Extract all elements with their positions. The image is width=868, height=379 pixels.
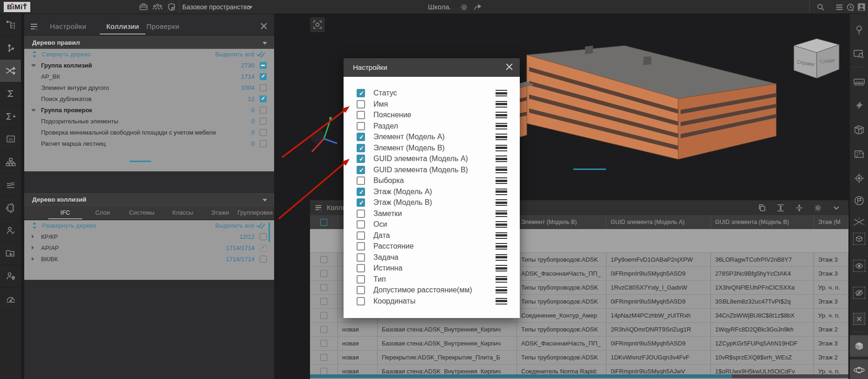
show-eye-icon[interactable] [850,255,868,277]
expander-icon[interactable] [31,109,36,112]
rule-checkbox[interactable] [260,84,267,91]
modal-close-icon[interactable] [505,63,513,71]
hide-eye-icon[interactable] [850,282,868,304]
tab-Настройки[interactable]: Настройки [50,22,86,30]
column-checkbox[interactable] [357,89,365,97]
list-icon[interactable] [834,1,845,13]
column-header[interactable]: GUID элемента (Модель A) [606,215,711,229]
settings-column-row[interactable]: Задача [344,252,520,264]
selection-frame-icon[interactable] [310,17,325,32]
rule-checkbox[interactable] [260,62,267,69]
table-hscrollbar[interactable] [310,374,848,378]
app-logo[interactable]: BiMiT [4,2,30,12]
settings-column-row[interactable]: Этаж (Модель B) [344,197,520,209]
settings-modal-header[interactable]: Настройки [344,58,520,77]
drag-handle-icon[interactable] [496,112,507,118]
team-icon[interactable] [152,1,163,13]
tab-Классы[interactable]: Классы [172,209,193,216]
settings-column-row[interactable]: Координаты [344,296,520,307]
column-checkbox[interactable] [357,220,365,229]
user-pin-icon[interactable] [0,265,21,288]
expand-rows-icon[interactable] [775,202,786,213]
table-hscrollbar-thumb[interactable] [310,374,732,378]
settings-column-row[interactable]: Этаж (Модель A) [344,187,520,198]
collision-tree-row[interactable]: КР/КР12/12 [24,231,274,243]
column-checkbox[interactable] [357,133,365,141]
drag-handle-icon[interactable] [496,254,507,261]
settings-column-row[interactable]: Статус [344,88,520,99]
column-header[interactable]: GUID элемента (Модель B) [711,215,814,229]
tab-IFC[interactable]: IFC [61,209,70,216]
drag-handle-icon[interactable] [496,134,507,140]
drag-handle-icon[interactable] [496,90,507,96]
folder-export-icon[interactable] [0,242,21,265]
row-checkbox-cell[interactable] [310,337,338,350]
column-checkbox[interactable] [357,264,365,272]
user-check-icon[interactable] [0,219,21,242]
column-checkbox[interactable] [357,297,365,305]
rule-checkbox[interactable] [260,140,267,147]
copy-icon[interactable] [756,202,767,213]
select-all-link[interactable]: Выделить всё [215,51,255,58]
expander-icon[interactable] [31,64,36,67]
row-checkbox[interactable] [320,368,327,375]
rules-tree-hscrollbar[interactable] [130,161,151,162]
column-checkbox[interactable] [357,198,365,207]
drag-handle-icon[interactable] [496,156,507,162]
row-checkbox-cell[interactable] [310,323,338,336]
drag-handle-icon[interactable] [496,265,507,271]
collisions-tree-vscrollbar[interactable] [269,223,270,242]
row-checkbox[interactable] [320,284,327,291]
drag-handle-icon[interactable] [496,199,507,206]
column-checkbox[interactable] [357,242,365,250]
column-checkbox[interactable] [357,231,365,240]
settings-column-row[interactable]: Допустимое расстояние(мм) [344,285,520,296]
rule-checkbox[interactable] [260,95,267,102]
settings-column-row[interactable]: GUID элемента (Модель B) [344,165,520,176]
drag-handle-icon[interactable] [496,101,507,108]
shield-icon[interactable] [166,1,177,13]
history-icon[interactable] [845,1,856,13]
tree-icon[interactable] [850,20,868,41]
row-checkbox-cell[interactable] [310,267,338,280]
tab-Слои[interactable]: Слои [95,209,110,216]
column-checkbox[interactable] [357,155,365,163]
view-cube[interactable]: Справа Сзади [790,35,844,81]
structure-tree-icon[interactable] [0,14,21,37]
drag-handle-icon[interactable] [496,177,507,184]
rules-tree-header[interactable]: Дерево правил [24,36,274,49]
row-checkbox-cell[interactable] [310,229,338,252]
collisions-tree-header[interactable]: Дерево коллизий [24,193,274,206]
column-checkbox[interactable] [357,286,365,294]
orbit-icon[interactable] [850,359,868,379]
connector-icon[interactable] [0,37,21,60]
puzzle-icon[interactable] [0,196,21,219]
row-checkbox-cell[interactable] [310,281,338,294]
2d-icon[interactable]: 2D [0,128,21,151]
rules-tree-row[interactable]: Проверка минимальной свободной площади с… [24,127,274,138]
settings-column-row[interactable]: Выборка [344,176,520,187]
briefcase-icon[interactable] [138,1,149,13]
drag-handle-icon[interactable] [496,243,507,250]
column-checkbox[interactable] [357,253,365,262]
row-checkbox-cell[interactable] [310,295,338,308]
select-all-checkbox[interactable] [320,219,327,226]
tab-Системы[interactable]: Системы [129,209,154,216]
column-checkbox[interactable] [357,188,365,196]
rules-tree-row[interactable]: Подозрительные элементы0 [24,116,274,127]
column-checkbox[interactable] [357,111,365,119]
collisions-tree-collapse-icon[interactable] [262,199,267,202]
rules-tree-row[interactable]: Элемент внтури другого1004 [24,82,274,94]
expander-icon[interactable] [32,235,34,238]
table-row[interactable]: новаяБазовая стена:ADSK_Внутренняя_Кирпи… [310,337,848,351]
settings-column-row[interactable]: Дата [344,230,520,242]
gear-icon[interactable] [458,1,469,13]
column-checkbox[interactable] [357,100,365,108]
column-header[interactable]: Элемент (Модель B) [517,215,606,229]
settings-column-row[interactable]: Элемент (Модель A) [344,132,520,143]
dashed-cube-icon[interactable] [850,228,868,250]
rules-tree-collapse-icon[interactable] [262,42,267,45]
flash-icon[interactable] [850,95,868,116]
target-icon[interactable] [850,168,868,189]
axis-gizmo[interactable] [305,112,347,163]
